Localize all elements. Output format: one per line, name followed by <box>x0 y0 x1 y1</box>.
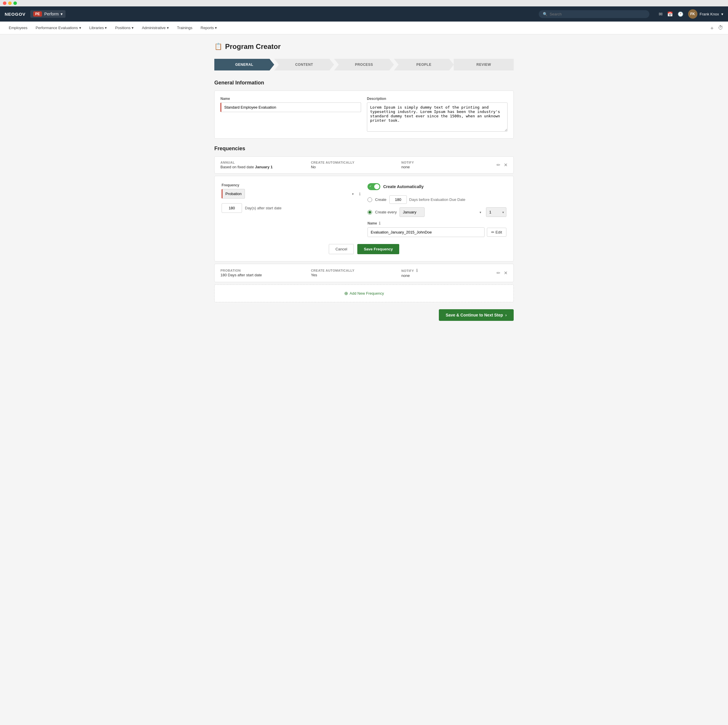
administrative-label: Administrative <box>142 26 166 30</box>
description-label: Description <box>367 97 508 101</box>
frequency-select-group: Frequency Probation Annual Quarterly Mon… <box>222 183 361 199</box>
radio-every-option: Create every JanuaryFebruaryMarch AprilM… <box>367 207 506 217</box>
name-info-icon[interactable]: ℹ <box>379 221 380 226</box>
annual-delete-button[interactable]: ✕ <box>504 162 508 168</box>
top-bar: NEOGOV PE Perform ▾ 🔍 ✉ 📅 🕐 FK Frank Kno… <box>0 6 728 21</box>
frequencies-section-title: Frequencies <box>214 145 514 152</box>
edit-pencil-icon: ✏ <box>491 230 494 234</box>
days-before-input[interactable] <box>389 195 407 204</box>
trainings-label: Trainings <box>177 26 193 30</box>
neogov-logo: NEOGOV <box>5 12 26 17</box>
step-review[interactable]: REVIEW <box>454 59 514 70</box>
probation-notify-label: NOTIFY ℹ <box>401 268 492 273</box>
annual-frequency-row: ANNUAL Based on fixed date January 1 CRE… <box>214 156 514 174</box>
add-frequency-link[interactable]: ⊕ Add New Frequency <box>220 291 508 296</box>
add-circle-icon: ⊕ <box>344 291 348 296</box>
main-content: 📋 Program Creator GENERAL CONTENT PROCES… <box>204 34 524 341</box>
sidebar-item-performance-evaluations[interactable]: Performance Evaluations ▾ <box>31 21 85 34</box>
nav-bar: Employees Performance Evaluations ▾ Libr… <box>0 21 728 34</box>
app-name: Perform <box>44 12 59 16</box>
sidebar-item-administrative[interactable]: Administrative ▾ <box>138 21 173 34</box>
sidebar-item-libraries[interactable]: Libraries ▾ <box>85 21 111 34</box>
stepper: GENERAL CONTENT PROCESS PEOPLE REVIEW <box>214 59 514 70</box>
name-field-label: Name ℹ <box>367 221 506 226</box>
general-info-form: Name Description Lorem Ipsum is simply d… <box>220 97 508 133</box>
save-frequency-button[interactable]: Save Frequency <box>357 244 399 254</box>
perf-eval-chevron-icon: ▾ <box>79 26 81 30</box>
frequency-select-label: Frequency <box>222 183 361 187</box>
days-input[interactable] <box>222 203 242 213</box>
month-select[interactable]: JanuaryFebruaryMarch AprilMayJune JulyAu… <box>399 207 425 217</box>
top-icons: ✉ 📅 🕐 <box>659 11 684 17</box>
day-select[interactable]: 12345 678910 1520252831 <box>486 207 506 217</box>
chevron-down-icon: ▾ <box>61 12 63 16</box>
editor-left: Frequency Probation Annual Quarterly Mon… <box>222 183 361 237</box>
save-continue-label: Save & Continue to Next Step <box>446 313 503 317</box>
frequency-info-icon[interactable]: ℹ <box>359 191 361 196</box>
days-row: Day(s) after start date <box>222 203 361 213</box>
edit-name-button[interactable]: ✏ Edit <box>487 228 506 237</box>
cancel-button[interactable]: Cancel <box>329 244 354 254</box>
radio-create-fields: Days before Evaluation Due Date <box>389 195 506 204</box>
annual-type-col: ANNUAL Based on fixed date January 1 <box>220 161 311 169</box>
history-icon[interactable]: ⏱ <box>718 25 723 31</box>
radio-create-input[interactable] <box>367 197 372 202</box>
radio-every-label: Create every <box>375 210 397 214</box>
frequency-editor: Frequency Probation Annual Quarterly Mon… <box>214 176 514 262</box>
step-process[interactable]: PROCESS <box>334 59 394 70</box>
annual-notify-col: NOTIFY none <box>401 161 492 169</box>
user-menu[interactable]: FK Frank Knox ▾ <box>688 9 723 18</box>
radio-every-input[interactable] <box>367 210 372 214</box>
add-icon[interactable]: ＋ <box>710 24 714 31</box>
libraries-chevron-icon: ▾ <box>105 26 107 30</box>
sidebar-item-employees[interactable]: Employees <box>5 21 31 34</box>
maximize-dot[interactable] <box>14 2 17 5</box>
description-field-group: Description Lorem Ipsum is simply dummy … <box>367 97 508 133</box>
annual-basis-value: Based on fixed date January 1 <box>220 165 311 169</box>
radio-create-label: Create <box>375 197 387 202</box>
step-people[interactable]: PEOPLE <box>394 59 454 70</box>
probation-edit-button[interactable]: ✏ <box>497 270 500 276</box>
sidebar-item-positions[interactable]: Positions ▾ <box>111 21 138 34</box>
minimize-dot[interactable] <box>8 2 12 5</box>
avatar: FK <box>688 9 697 18</box>
frequencies-section: Frequencies ANNUAL Based on fixed date J… <box>214 145 514 302</box>
create-auto-toggle[interactable]: ✓ <box>367 183 380 190</box>
step-content[interactable]: CONTENT <box>274 59 334 70</box>
add-frequency-row[interactable]: ⊕ Add New Frequency <box>214 284 514 302</box>
positions-label: Positions <box>115 26 130 30</box>
days-before-label: Days before Evaluation Due Date <box>409 197 465 202</box>
calendar-icon[interactable]: 📅 <box>667 11 673 17</box>
probation-auto-label: CREATE AUTOMATICALLY <box>311 269 402 272</box>
clock-icon[interactable]: 🕐 <box>678 11 684 17</box>
app-switcher-button[interactable]: PE Perform ▾ <box>30 10 66 18</box>
probation-delete-button[interactable]: ✕ <box>504 270 508 276</box>
step-process-label: PROCESS <box>334 59 394 70</box>
probation-freq-actions: ✏ ✕ <box>497 270 508 276</box>
step-general-label: GENERAL <box>214 59 274 70</box>
step-general[interactable]: GENERAL <box>214 59 274 70</box>
reports-chevron-icon: ▾ <box>215 26 217 30</box>
annual-auto-col: CREATE AUTOMATICALLY No <box>311 161 402 169</box>
sidebar-item-reports[interactable]: Reports ▾ <box>197 21 221 34</box>
window-chrome <box>0 0 728 6</box>
name-input[interactable] <box>220 102 361 112</box>
eval-name-input[interactable] <box>367 227 485 237</box>
mail-icon[interactable]: ✉ <box>659 11 662 17</box>
probation-notify-info-icon[interactable]: ℹ <box>416 268 418 273</box>
name-label: Name <box>220 97 361 101</box>
frequency-select[interactable]: Probation Annual Quarterly Monthly <box>222 189 245 199</box>
name-input-wrapper: ✏ Edit <box>367 227 506 237</box>
probation-auto-value: Yes <box>311 273 402 277</box>
annual-edit-button[interactable]: ✏ <box>497 162 500 168</box>
sidebar-item-trainings[interactable]: Trainings <box>173 21 197 34</box>
search-input[interactable] <box>550 12 645 16</box>
close-dot[interactable] <box>3 2 6 5</box>
perf-eval-label: Performance Evaluations <box>35 26 78 30</box>
probation-frequency-row: PROBATION 180 Days after start date CREA… <box>214 264 514 282</box>
administrative-chevron-icon: ▾ <box>167 26 169 30</box>
annual-notify-label: NOTIFY <box>401 161 492 164</box>
description-textarea[interactable]: Lorem Ipsum is simply dummy text of the … <box>367 102 508 132</box>
save-continue-button[interactable]: Save & Continue to Next Step › <box>439 309 514 321</box>
user-chevron-icon: ▾ <box>721 12 723 16</box>
